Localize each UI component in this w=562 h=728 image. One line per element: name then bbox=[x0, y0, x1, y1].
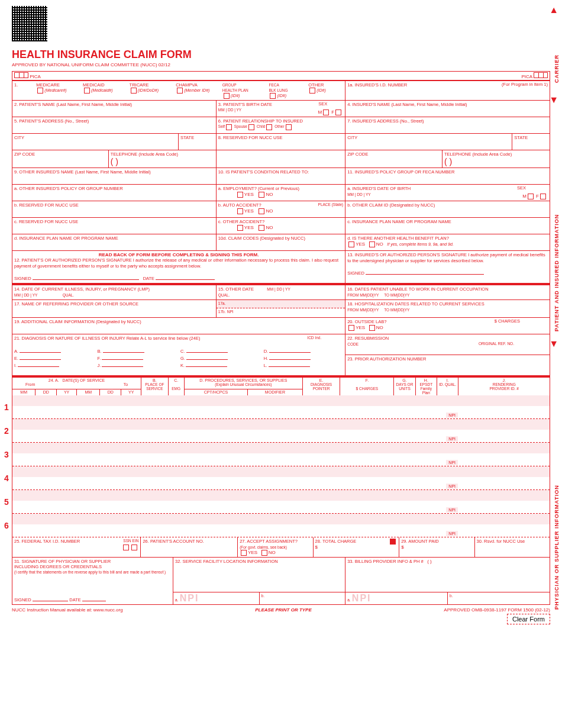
box-25[interactable]: 25. FEDERAL TAX I.D. NUMBER SSN EIN bbox=[12, 537, 141, 557]
box-9a[interactable]: a. OTHER INSURED'S POLICY OR GROUP NUMBE… bbox=[12, 185, 217, 201]
box-10d[interactable]: 10d. CLAIM CODES (Designated by NUCC) bbox=[217, 234, 345, 251]
box-15[interactable]: 15. OTHER DATE MM | DD | YY QUAL. bbox=[217, 284, 345, 300]
box-20: 20. OUTSIDE LAB? $ CHARGES YES NO bbox=[345, 318, 550, 334]
diag-K[interactable]: K. bbox=[180, 361, 260, 368]
benefit-no[interactable] bbox=[369, 241, 375, 247]
diag-E[interactable]: E. bbox=[14, 354, 94, 361]
box-10: 10. IS PATIENT'S CONDITION RELATED TO: bbox=[217, 168, 345, 185]
rel-self[interactable] bbox=[226, 124, 232, 130]
box-9[interactable]: 9. OTHER INSURED'S NAME (Last Name, Firs… bbox=[12, 168, 217, 185]
approved-line: APPROVED BY NATIONAL UNIFORM CLAIM COMMI… bbox=[12, 62, 550, 67]
ins-sex-f[interactable] bbox=[540, 194, 546, 199]
service-line-2[interactable]: 2NPI bbox=[12, 419, 550, 443]
ssn-check[interactable] bbox=[123, 545, 129, 550]
box-7-city[interactable]: CITY bbox=[345, 134, 512, 150]
box-30: 30. Rsvd. for NUCC Use bbox=[475, 537, 550, 557]
feca-check[interactable] bbox=[270, 93, 276, 99]
other-check[interactable] bbox=[309, 88, 315, 94]
box-32[interactable]: 32. SERVICE FACILITY LOCATION INFORMATIO… bbox=[173, 558, 345, 605]
auto-yes[interactable] bbox=[237, 208, 243, 214]
box-7[interactable]: 7. INSURED'S ADDRESS (No., Street) bbox=[345, 117, 550, 134]
box-28[interactable]: 28. TOTAL CHARGE $ bbox=[314, 537, 400, 557]
box-23[interactable]: 23. PRIOR AUTHORIZATION NUMBER bbox=[345, 355, 550, 376]
clear-form-button[interactable]: Clear Form bbox=[507, 614, 550, 624]
diag-J[interactable]: J. bbox=[98, 361, 177, 368]
box-14[interactable]: 14. DATE OF CURRENT ILLNESS, INJURY, or … bbox=[12, 284, 217, 300]
box-18[interactable]: 18. HOSPITALIZATION DATES RELATED TO CUR… bbox=[345, 300, 550, 318]
sex-m-check[interactable] bbox=[323, 109, 329, 115]
diag-A[interactable]: A. bbox=[14, 347, 94, 354]
box-1a[interactable]: 1a. INSURED'S I.D. NUMBER (For Program i… bbox=[345, 80, 550, 101]
service-line-5[interactable]: 5NPI bbox=[12, 490, 550, 514]
box-6: 6. PATIENT RELATIONSHIP TO INSURED Self … bbox=[217, 117, 345, 134]
box-5-state[interactable]: STATE bbox=[179, 134, 217, 150]
otheracc-yes[interactable] bbox=[237, 225, 243, 231]
box-26[interactable]: 26. PATIENT'S ACCOUNT NO. bbox=[141, 537, 238, 557]
emp-yes[interactable] bbox=[237, 192, 243, 198]
service-line-1[interactable]: 1NPI bbox=[12, 395, 550, 419]
box-2[interactable]: 2. PATIENT'S NAME (Last Name, First Name… bbox=[12, 101, 217, 117]
box-10a: a. EMPLOYMENT? (Current or Previous)YES … bbox=[217, 185, 345, 201]
service-line-6[interactable]: 6NPI bbox=[12, 514, 550, 537]
box-11a[interactable]: a. INSURED'S DATE OF BIRTH SEX MM | DD |… bbox=[345, 185, 550, 201]
box-13[interactable]: 13. INSURED'S OR AUTHORIZED PERSON'S SIG… bbox=[345, 251, 550, 284]
otheracc-no[interactable] bbox=[259, 225, 264, 231]
medicaid-check[interactable] bbox=[84, 88, 90, 94]
diag-G[interactable]: G. bbox=[180, 354, 260, 361]
rel-spouse[interactable] bbox=[248, 124, 254, 130]
medicare-check[interactable] bbox=[37, 88, 43, 94]
ins-sex-m[interactable] bbox=[528, 194, 534, 199]
emp-no[interactable] bbox=[259, 192, 264, 198]
tricare-check[interactable] bbox=[131, 88, 137, 94]
box-5-phone[interactable]: TELEPHONE (Include Area Code)( ) bbox=[109, 150, 217, 168]
box-9d[interactable]: d. INSURANCE PLAN NAME OR PROGRAM NAME bbox=[12, 234, 217, 251]
diag-D[interactable]: D. bbox=[264, 347, 344, 354]
footer-center: PLEASE PRINT OR TYPE bbox=[255, 607, 312, 613]
benefit-yes[interactable] bbox=[348, 241, 354, 247]
outlab-yes[interactable] bbox=[348, 325, 354, 331]
diag-B[interactable]: B. bbox=[98, 347, 177, 354]
box-17[interactable]: 17. NAME OF REFERRING PROVIDER OR OTHER … bbox=[12, 300, 217, 318]
box-27: 27. ACCEPT ASSIGNMENT?(For govt. claims,… bbox=[238, 537, 313, 557]
box-5[interactable]: 5. PATIENT'S ADDRESS (No., Street) bbox=[12, 117, 217, 134]
box-16[interactable]: 16. DATES PATIENT UNABLE TO WORK IN CURR… bbox=[345, 284, 550, 300]
box-22[interactable]: 22. RESUBMISSION CODE ORIGINAL REF. NO. bbox=[345, 334, 550, 355]
rel-child[interactable] bbox=[266, 124, 272, 130]
box-12[interactable]: READ BACK OF FORM BEFORE COMPLETING & SI… bbox=[12, 251, 345, 284]
box-5-zip[interactable]: ZIP CODE bbox=[12, 150, 109, 168]
box-31[interactable]: 31. SIGNATURE OF PHYSICIAN OR SUPPLIER I… bbox=[12, 558, 173, 605]
diag-L[interactable]: L. bbox=[264, 361, 344, 368]
box-29[interactable]: 29. AMOUNT PAID$ bbox=[399, 537, 474, 557]
diag-C[interactable]: C. bbox=[180, 347, 260, 354]
service-line-3[interactable]: 3NPI bbox=[12, 443, 550, 466]
accept-yes[interactable] bbox=[241, 550, 247, 556]
box-7-state[interactable]: STATE bbox=[512, 134, 550, 150]
outlab-no[interactable] bbox=[369, 325, 375, 331]
box-7-phone[interactable]: TELEPHONE (Include Area Code)( ) bbox=[443, 150, 550, 168]
sex-f-check[interactable] bbox=[335, 109, 341, 115]
box-21[interactable]: 21. DIAGNOSIS OR NATURE OF ILLNESS OR IN… bbox=[12, 334, 345, 376]
diag-I[interactable]: I. bbox=[14, 361, 94, 368]
box-4[interactable]: 4. INSURED'S NAME (Last Name, First Name… bbox=[345, 101, 550, 117]
box-11[interactable]: 11. INSURED'S POLICY GROUP OR FECA NUMBE… bbox=[345, 168, 550, 185]
box-5-city[interactable]: CITY bbox=[12, 134, 179, 150]
box-19[interactable]: 19. ADDITIONAL CLAIM INFORMATION (Design… bbox=[12, 318, 345, 334]
diag-F[interactable]: F. bbox=[98, 354, 177, 361]
box-11c[interactable]: c. INSURANCE PLAN NAME OR PROGRAM NAME bbox=[345, 218, 550, 234]
rel-other[interactable] bbox=[286, 124, 292, 130]
service-line-4[interactable]: 4NPI bbox=[12, 466, 550, 490]
box-7-zip[interactable]: ZIP CODE bbox=[345, 150, 443, 168]
accept-no[interactable] bbox=[261, 550, 267, 556]
physician-vtext: PHYSICIAN OR SUPPLIER INFORMATION bbox=[554, 468, 560, 610]
box-8: 8. RESERVED FOR NUCC USE bbox=[217, 134, 345, 150]
box-3[interactable]: 3. PATIENT'S BIRTH DATE SEX MM | DD | YY… bbox=[217, 101, 345, 117]
box-24-header: 24. A. DATE(S) OF SERVICEFromTo B.PLACE … bbox=[12, 376, 550, 395]
diag-H[interactable]: H. bbox=[264, 354, 344, 361]
ein-check[interactable] bbox=[131, 545, 137, 550]
champva-check[interactable] bbox=[177, 88, 183, 94]
box-11b[interactable]: b. OTHER CLAIM ID (Designated by NUCC) bbox=[345, 201, 550, 218]
grouphealth-check[interactable] bbox=[224, 93, 230, 99]
box-33[interactable]: 33. BILLING PROVIDER INFO & PH # ( ) a. … bbox=[345, 558, 550, 605]
auto-no[interactable] bbox=[259, 208, 264, 214]
box-17ab[interactable]: 17a. 17b. NPI bbox=[217, 300, 345, 318]
